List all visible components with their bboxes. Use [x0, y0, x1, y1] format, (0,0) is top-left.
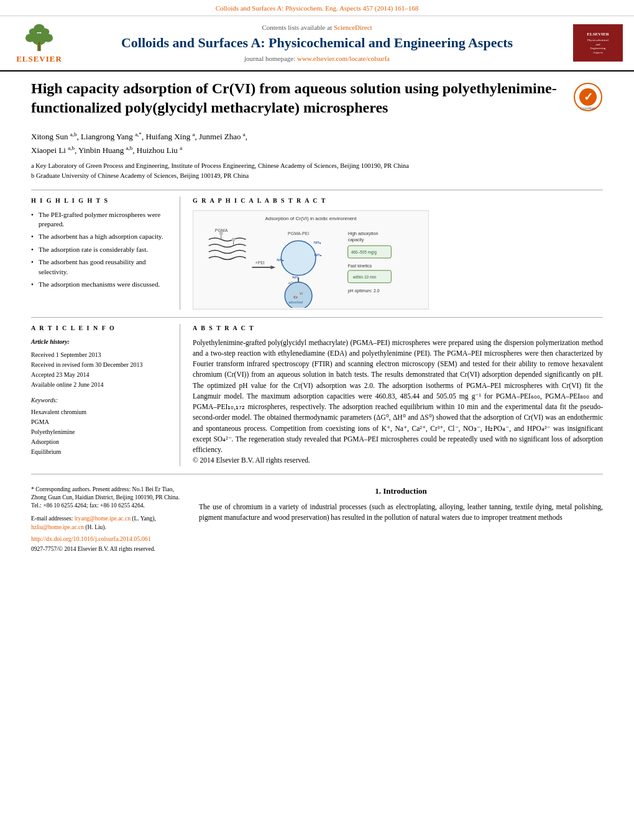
doi-line: http://dx.doi.org/10.1016/j.colsurfa.201… — [31, 534, 180, 543]
elsevier-logo-block: ELSEVIER — [11, 21, 67, 65]
affiliation-a: a Key Laboratory of Green Process and En… — [31, 161, 603, 171]
publisher-logo: ELSEVIER PhysicochemicalandEngineeringAs… — [573, 24, 623, 62]
introduction-column: 1. Introduction The use of chromium in a… — [199, 486, 603, 554]
svg-text:Adsorption of Cr(VI) in acidic: Adsorption of Cr(VI) in acidic environme… — [265, 216, 357, 222]
corresp-note-text: * Corresponding authors. Present address… — [31, 486, 180, 509]
accepted-date: Accepted 23 May 2014 — [31, 370, 170, 380]
intro-text: The use of chromium in a variety of indu… — [199, 502, 603, 524]
svg-text:Fast kinetics: Fast kinetics — [348, 264, 372, 268]
highlight-item-3: The adsorption rate is considerably fast… — [31, 245, 170, 254]
journal-title-block: Contents lists available at ScienceDirec… — [67, 23, 567, 63]
crossmark-logo-icon[interactable]: ✓ CrossMark — [573, 82, 603, 112]
keyword-1: Hexavalent chromium — [31, 407, 170, 417]
highlight-item-5: The adsorption mechanisms were discussed… — [31, 280, 170, 289]
article-info-abstract-section: A R T I C L E I N F O Article history: R… — [31, 317, 603, 466]
svg-text:NH₂: NH₂ — [315, 253, 322, 257]
email-2-person: (H. Liu). — [85, 524, 106, 530]
affiliations-block: a Key Laboratory of Green Process and En… — [31, 161, 603, 181]
abstract-heading: A B S T R A C T — [193, 324, 603, 333]
authors-line: Xitong Sun a,b, Liangrong Yang a,*, Huif… — [31, 130, 603, 157]
svg-text:NH₂: NH₂ — [314, 241, 321, 244]
keyword-4: Adsorption — [31, 437, 170, 447]
article-info-column: A R T I C L E I N F O Article history: R… — [31, 324, 180, 466]
svg-text:✓: ✓ — [584, 91, 593, 103]
svg-text:NH₂: NH₂ — [277, 258, 284, 262]
svg-text:VI: VI — [300, 292, 303, 295]
elsevier-logo: ELSEVIER — [11, 21, 67, 65]
science-direct-link[interactable]: ScienceDirect — [334, 24, 372, 31]
graphical-abstract-image: Adsorption of Cr(VI) in acidic environme… — [193, 210, 429, 310]
svg-point-18 — [232, 238, 236, 241]
issn-line: 0927-7757/© 2014 Elsevier B.V. All right… — [31, 545, 180, 553]
article-title: High capacity adsorption of Cr(VI) from … — [31, 79, 564, 118]
journal-reference-text: Colloids and Surfaces A: Physicochem. En… — [216, 4, 419, 12]
keyword-2: PGMA — [31, 417, 170, 427]
intro-section-label: Introduction — [383, 486, 427, 496]
svg-point-23 — [281, 241, 316, 275]
svg-text:+PEI: +PEI — [255, 261, 264, 265]
affiliation-b: b Graduate University of Chinese Academy… — [31, 171, 603, 181]
footer-notes-column: * Corresponding authors. Present address… — [31, 486, 180, 554]
intro-section-number: 1. — [375, 486, 381, 496]
svg-text:Cr: Cr — [293, 295, 298, 299]
svg-text:adsorbed: adsorbed — [288, 300, 303, 304]
publisher-logo-block: ELSEVIER PhysicochemicalandEngineeringAs… — [567, 24, 623, 62]
keywords-label: Keywords: — [31, 396, 170, 405]
svg-text:capacity: capacity — [348, 238, 364, 242]
intro-section-title: 1. Introduction — [199, 486, 603, 497]
email-1-link[interactable]: lryang@home.ipe.ac.cn — [75, 515, 131, 522]
journal-reference-bar: Colloids and Surfaces A: Physicochem. En… — [0, 0, 634, 16]
keyword-5: Equilibrium — [31, 447, 170, 457]
graphical-abstract-column: G R A P H I C A L A B S T R A C T Adsorp… — [193, 196, 603, 310]
footer-intro-section: * Corresponding authors. Present address… — [31, 481, 603, 554]
highlights-graphical-section: H I G H L I G H T S The PEI-grafted poly… — [31, 190, 603, 310]
separator — [31, 474, 603, 474]
journal-title: Colloids and Surfaces A: Physicochemical… — [67, 35, 567, 51]
abstract-column: A B S T R A C T Polyethylenimine-grafted… — [193, 324, 603, 466]
article-title-block: High capacity adsorption of Cr(VI) from … — [31, 79, 564, 124]
main-content: High capacity adsorption of Cr(VI) from … — [0, 72, 634, 561]
svg-text:CrossMark: CrossMark — [581, 106, 596, 110]
svg-text:within 10 min: within 10 min — [352, 275, 377, 279]
email-2-link[interactable]: hzliu@home.ipe.ac.cn — [31, 524, 84, 530]
abstract-copyright: © 2014 Elsevier B.V. All rights reserved… — [193, 455, 603, 466]
doi-link[interactable]: http://dx.doi.org/10.1016/j.colsurfa.201… — [31, 535, 151, 542]
corresponding-author-note: * Corresponding authors. Present address… — [31, 486, 180, 510]
journal-homepage: journal homepage: www.elsevier.com/locat… — [67, 54, 567, 63]
highlight-item-2: The adsorbent has a high adsorption capa… — [31, 232, 170, 241]
article-header: High capacity adsorption of Cr(VI) from … — [31, 79, 603, 124]
highlights-heading: H I G H L I G H T S — [31, 196, 170, 205]
svg-point-31 — [285, 282, 312, 308]
received-revised-date: Received in revised form 30 December 201… — [31, 360, 170, 370]
svg-point-6 — [34, 24, 44, 32]
keyword-3: Polyethylenimine — [31, 427, 170, 437]
highlight-item-4: The adsorbent has good reusability and s… — [31, 257, 170, 277]
highlight-item-1: The PEI-grafted polymer microspheres wer… — [31, 210, 170, 229]
article-info-heading: A R T I C L E I N F O — [31, 324, 170, 333]
elsevier-tree-icon — [17, 21, 61, 52]
keywords-list: Hexavalent chromium PGMA Polyethylenimin… — [31, 407, 170, 457]
email-1-person: (L. Yang), — [132, 515, 156, 522]
journal-header: ELSEVIER Contents lists available at Sci… — [0, 16, 634, 71]
keywords-section: Keywords: Hexavalent chromium PGMA Polye… — [31, 396, 170, 457]
email-block: E-mail addresses: lryang@home.ipe.ac.cn … — [31, 514, 180, 532]
available-online-date: Available online 2 June 2014 — [31, 380, 170, 390]
highlights-list: The PEI-grafted polymer microspheres wer… — [31, 210, 170, 290]
journal-homepage-link[interactable]: www.elsevier.com/locate/colsurfa — [297, 55, 390, 62]
svg-text:pH optimum: 2.0: pH optimum: 2.0 — [348, 288, 380, 293]
article-dates: Received 1 September 2013 Received in re… — [31, 350, 170, 390]
received-date: Received 1 September 2013 — [31, 350, 170, 360]
svg-text:460–505 mg/g: 460–505 mg/g — [351, 250, 377, 255]
svg-text:High adsorption: High adsorption — [348, 231, 379, 236]
svg-point-17 — [219, 231, 223, 235]
svg-text:PGMA-PEI: PGMA-PEI — [288, 231, 309, 236]
article-history-label: Article history: — [31, 338, 170, 346]
email-label: E-mail addresses: — [31, 515, 73, 522]
highlights-column: H I G H L I G H T S The PEI-grafted poly… — [31, 196, 180, 310]
elsevier-brand-label: ELSEVIER — [16, 53, 62, 65]
science-direct-availability: Contents lists available at ScienceDirec… — [67, 23, 567, 32]
abstract-text: Polyethylenimine-grafted poly(glycidyl m… — [193, 338, 603, 456]
graphical-abstract-heading: G R A P H I C A L A B S T R A C T — [193, 196, 603, 205]
graphical-abstract-svg: Adsorption of Cr(VI) in acidic environme… — [193, 211, 428, 308]
